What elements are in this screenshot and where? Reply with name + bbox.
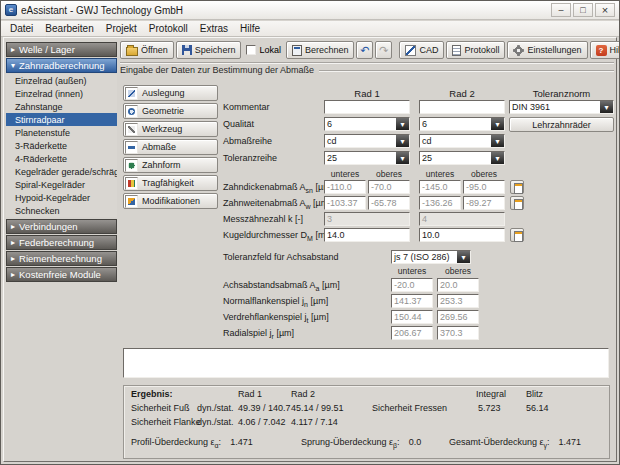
nav-tragfaehigkeit-button[interactable]: Tragfähigkeit xyxy=(123,175,218,191)
sidebar-section-riemenberechnung[interactable]: Riemenberechnung xyxy=(6,251,117,266)
zahndicken-label: Zahndickenabmaß Asn [µm] xyxy=(223,182,333,194)
kugeldurchmesser-rad2-field[interactable]: 10.0 xyxy=(419,228,505,242)
menu-item-hilfe[interactable]: Hilfe xyxy=(234,22,266,35)
lehrzahnraeder-button[interactable]: Lehrzahnräder xyxy=(509,117,614,132)
toleranzreihe-rad2-select[interactable]: 25 xyxy=(419,151,505,165)
zahnweiten-calculator-button[interactable] xyxy=(510,196,524,210)
kugeldurchmesser-calculator-button[interactable] xyxy=(510,228,524,242)
sidebar-item-hypoid-kegelraeder[interactable]: Hypoid-Kegelräder xyxy=(6,191,117,204)
sidebar-item-3-raederkette[interactable]: 3-Räderkette xyxy=(6,139,117,152)
zahndicken-calculator-button[interactable] xyxy=(510,180,524,194)
kommentar-label: Kommentar xyxy=(223,102,270,112)
sicherheit-flanke-mode: dyn./stat. xyxy=(197,417,234,427)
messzaehnezahl-rad1-field[interactable]: 3 xyxy=(324,212,410,226)
rad2-column-header: Rad 2 xyxy=(419,88,505,99)
zahnweiten-rad1-unteres-field[interactable]: -103.37 xyxy=(324,196,366,210)
sidebar-section-welle-lager[interactable]: Welle / Lager xyxy=(6,42,117,57)
help-icon xyxy=(596,45,607,56)
normalflanken-oberes-field[interactable]: 253.3 xyxy=(437,294,479,308)
sidebar-section-federberechnung[interactable]: Federberechnung xyxy=(6,235,117,250)
verdreh-oberes-field[interactable]: 269.56 xyxy=(437,310,479,324)
sidebar-item-planetenstufe[interactable]: Planetenstufe xyxy=(6,126,117,139)
menu-item-protokoll[interactable]: Protokoll xyxy=(143,22,194,35)
lokal-checkbox[interactable] xyxy=(246,45,256,55)
window-controls xyxy=(551,3,615,17)
redo-button[interactable] xyxy=(375,41,392,59)
sidebar-item-zahnstange[interactable]: Zahnstange xyxy=(6,100,117,113)
oberes-header-achsabstand: oberes xyxy=(437,266,479,276)
menu-item-extras[interactable]: Extras xyxy=(194,22,234,35)
sidebar-item-stirnradpaar[interactable]: Stirnradpaar xyxy=(6,113,117,126)
menu-item-bearbeiten[interactable]: Bearbeiten xyxy=(39,22,99,35)
qualitaet-rad1-select[interactable]: 6 xyxy=(324,117,410,131)
messzaehnezahl-rad2-field[interactable]: 4 xyxy=(419,212,505,226)
minimize-icon[interactable] xyxy=(551,3,571,17)
dropdown-arrow-icon xyxy=(396,152,409,164)
abmassreihe-rad2-select[interactable]: cd xyxy=(419,134,505,148)
zahnweiten-rad1-oberes-field[interactable]: -65.78 xyxy=(368,196,410,210)
toolbar: Öffnen Speichern Lokal Berechnen CAD Pro… xyxy=(120,40,620,60)
zahndicken-rad2-unteres-field[interactable]: -145.0 xyxy=(419,180,461,194)
sidebar-section-verbindungen[interactable]: Verbindungen xyxy=(6,219,117,234)
achsabstand-oberes-field[interactable]: 20.0 xyxy=(437,278,479,292)
unteres-header-rad1: unteres xyxy=(324,169,366,179)
qualitaet-rad2-select[interactable]: 6 xyxy=(419,117,505,131)
kommentar-rad1-input[interactable] xyxy=(324,100,410,114)
protokoll-button[interactable]: Protokoll xyxy=(446,41,505,59)
abmassreihe-label: Abmaßreihe xyxy=(223,136,272,146)
sicherheit-fressen-blitz-value: 56.14 xyxy=(526,403,549,413)
title-bar[interactable]: eAssistant - GWJ Technology GmbH xyxy=(1,1,619,20)
zahnweiten-rad2-oberes-field[interactable]: -89.27 xyxy=(463,196,505,210)
toleranzfeld-select[interactable]: js 7 (ISO 286) xyxy=(391,250,471,264)
lokal-toggle[interactable]: Lokal xyxy=(243,45,284,55)
zahndicken-rad1-oberes-field[interactable]: -70.0 xyxy=(368,180,410,194)
normalflanken-unteres-field[interactable]: 141.37 xyxy=(391,294,433,308)
zahndicken-rad1-unteres-field[interactable]: -110.0 xyxy=(324,180,366,194)
nav-zahnform-button[interactable]: Zahnform xyxy=(123,157,218,173)
profil-ueberdeckung: Profil-Überdeckung εα:1.471 xyxy=(131,437,253,449)
menu-item-projekt[interactable]: Projekt xyxy=(100,22,143,35)
sidebar-section-kostenfreie-module[interactable]: Kostenfreie Module xyxy=(6,267,117,282)
abmassreihe-rad1-select[interactable]: cd xyxy=(324,134,410,148)
kommentar-rad2-input[interactable] xyxy=(419,100,505,114)
close-icon[interactable] xyxy=(595,3,615,17)
sidebar-item-kegelraeder[interactable]: Kegelräder gerade/schräg xyxy=(6,165,117,178)
nav-geometrie-button[interactable]: Geometrie xyxy=(123,103,218,119)
settings-button[interactable]: Einstellungen xyxy=(507,41,587,59)
window-title: eAssistant - GWJ Technology GmbH xyxy=(21,5,547,16)
cad-button[interactable]: CAD xyxy=(399,41,444,59)
help-button[interactable]: Hilfe xyxy=(590,41,620,59)
sidebar-item-schnecken[interactable]: Schnecken xyxy=(6,204,117,217)
toleranznorm-select[interactable]: DIN 3961 xyxy=(509,100,614,114)
undo-button[interactable] xyxy=(356,41,373,59)
nav-abmasse-button[interactable]: Abmaße xyxy=(123,139,218,155)
verdreh-unteres-field[interactable]: 150.44 xyxy=(391,310,433,324)
results-rad1-header: Rad 1 xyxy=(238,389,262,399)
radial-oberes-field[interactable]: 370.3 xyxy=(437,326,479,340)
gesamt-ueberdeckung: Gesamt-Überdeckung εγ:1.471 xyxy=(449,437,581,449)
zahndicken-rad2-oberes-field[interactable]: -95.0 xyxy=(463,180,505,194)
achsabstand-unteres-field[interactable]: -20.0 xyxy=(391,278,433,292)
sidebar-section-zahnradberechnung[interactable]: Zahnradberechnung xyxy=(6,58,117,73)
verdreh-label: Verdrehflankenspiel jt [µm] xyxy=(223,312,329,324)
menu-item-datei[interactable]: Datei xyxy=(4,22,39,35)
sidebar-item-4-raederkette[interactable]: 4-Räderkette xyxy=(6,152,117,165)
sicherheit-fuss-label: Sicherheit Fuß xyxy=(131,403,190,413)
open-button[interactable]: Öffnen xyxy=(120,41,174,59)
sidebar-item-einzelrad-aussen[interactable]: Einzelrad (außen) xyxy=(6,74,117,87)
radial-unteres-field[interactable]: 206.67 xyxy=(391,326,433,340)
kugeldurchmesser-rad1-field[interactable]: 14.0 xyxy=(324,228,410,242)
sidebar-item-einzelrad-innen[interactable]: Einzelrad (innen) xyxy=(6,87,117,100)
calculate-button[interactable]: Berechnen xyxy=(286,41,355,59)
nav-modifikationen-button[interactable]: Modifikationen xyxy=(123,193,218,209)
nav-auslegung-button[interactable]: Auslegung xyxy=(123,85,218,101)
nav-werkzeug-button[interactable]: Werkzeug xyxy=(123,121,218,137)
maximize-icon[interactable] xyxy=(573,3,593,17)
sicherheit-flanke-rad1-value: 4.06 / 7.042 xyxy=(238,417,286,427)
modifikationen-icon xyxy=(125,195,138,208)
toleranzreihe-rad1-select[interactable]: 25 xyxy=(324,151,410,165)
message-output-box xyxy=(123,348,609,378)
save-button[interactable]: Speichern xyxy=(176,41,242,59)
zahnweiten-rad2-unteres-field[interactable]: -136.26 xyxy=(419,196,461,210)
sidebar-item-spiral-kegelraeder[interactable]: Spiral-Kegelräder xyxy=(6,178,117,191)
